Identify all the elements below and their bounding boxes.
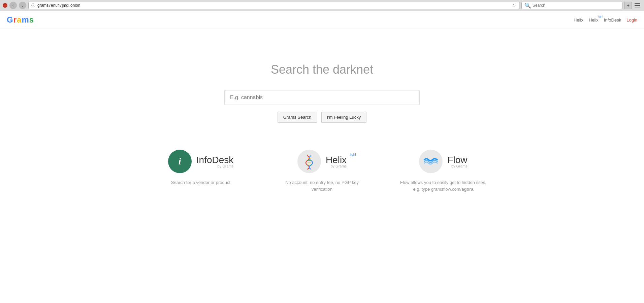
feature-flow: Flow by Grams Flow allows you to easily … bbox=[396, 150, 490, 192]
infodesk-logo-row: i InfoDesk by Grams bbox=[168, 150, 234, 173]
helix-icon bbox=[297, 150, 321, 173]
nav-infodesk[interactable]: InfoDesk bbox=[604, 17, 621, 23]
infodesk-by: by Grams bbox=[196, 164, 234, 168]
browser-chrome: ‹ ⌄ ⓘ ↻ 🔍 + bbox=[0, 0, 644, 11]
logo-m: m bbox=[22, 15, 29, 24]
helix-title-block: Helix light by Grams bbox=[326, 155, 347, 168]
site-nav: Helix Helix light InfoDesk Login bbox=[574, 17, 637, 23]
info-icon: ⓘ bbox=[31, 3, 35, 8]
logo-G: G bbox=[7, 15, 13, 24]
search-icon: 🔍 bbox=[524, 2, 531, 9]
site-header: Grams Helix Helix light InfoDesk Login bbox=[0, 11, 644, 29]
tagline: Search the darknet bbox=[271, 63, 373, 77]
browser-toolbar: ‹ ⌄ ⓘ ↻ 🔍 + bbox=[0, 0, 644, 11]
flow-title-block: Flow by Grams bbox=[447, 155, 467, 168]
menu-button[interactable] bbox=[634, 2, 641, 9]
helix-svg bbox=[301, 153, 318, 170]
helix-light-super: light bbox=[598, 15, 603, 18]
infodesk-i-symbol: i bbox=[179, 156, 181, 167]
logo-r: r bbox=[13, 15, 17, 24]
nav-login[interactable]: Login bbox=[626, 17, 637, 23]
nav-helix-light[interactable]: Helix light bbox=[589, 17, 599, 23]
infodesk-icon: i bbox=[168, 150, 192, 173]
nav-helix[interactable]: Helix bbox=[574, 17, 583, 23]
site-logo[interactable]: Grams bbox=[7, 15, 34, 25]
new-tab-button[interactable]: + bbox=[624, 2, 632, 9]
close-dot[interactable] bbox=[3, 3, 7, 8]
flow-icon bbox=[419, 150, 443, 173]
refresh-button[interactable]: ↻ bbox=[512, 3, 516, 8]
flow-bold: agora bbox=[461, 187, 473, 192]
search-input[interactable] bbox=[224, 90, 420, 105]
flow-svg bbox=[422, 152, 440, 171]
flow-by: by Grams bbox=[447, 164, 467, 168]
back-button[interactable]: ‹ bbox=[9, 2, 17, 9]
feature-infodesk: i InfoDesk by Grams Search for a vendor … bbox=[154, 150, 248, 186]
dropdown-button[interactable]: ⌄ bbox=[19, 2, 26, 9]
browser-search-bar[interactable]: 🔍 bbox=[521, 2, 622, 9]
feeling-lucky-button[interactable]: I'm Feeling Lucky bbox=[321, 112, 367, 123]
helix-title: Helix light bbox=[326, 155, 347, 165]
features-section: i InfoDesk by Grams Search for a vendor … bbox=[120, 150, 524, 192]
logo-a: a bbox=[17, 15, 22, 24]
infodesk-title-block: InfoDesk by Grams bbox=[196, 155, 234, 168]
flow-logo-row: Flow by Grams bbox=[419, 150, 467, 173]
helix-logo-row: Helix light by Grams bbox=[297, 150, 347, 173]
grams-search-button[interactable]: Grams Search bbox=[278, 112, 317, 123]
logo-s: s bbox=[29, 15, 34, 24]
page: Grams Helix Helix light InfoDesk Login S… bbox=[0, 11, 644, 303]
flow-desc: Flow allows you to easily get to hidden … bbox=[396, 179, 490, 192]
window-controls bbox=[3, 3, 7, 8]
helix-super: light bbox=[350, 153, 356, 156]
search-buttons: Grams Search I'm Feeling Lucky bbox=[278, 112, 367, 123]
feature-helix: Helix light by Grams No account, no entr… bbox=[275, 150, 369, 192]
infodesk-desc: Search for a vendor or product bbox=[171, 179, 230, 186]
address-bar[interactable]: ⓘ ↻ bbox=[28, 2, 519, 9]
helix-desc: No account, no entry fee, no PGP key ver… bbox=[275, 179, 369, 192]
address-input[interactable] bbox=[37, 3, 510, 8]
main-content: Search the darknet Grams Search I'm Feel… bbox=[0, 29, 644, 192]
browser-search-input[interactable] bbox=[533, 3, 619, 8]
